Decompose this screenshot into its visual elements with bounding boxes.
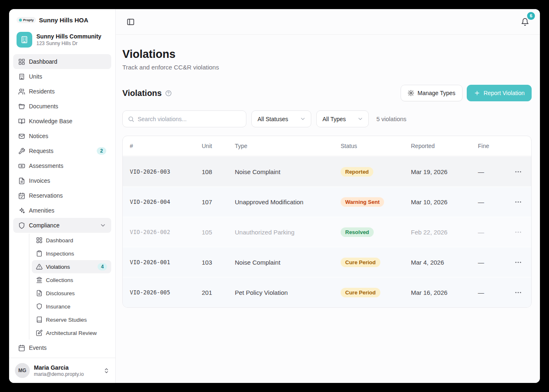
- file-text-icon: [18, 177, 25, 184]
- sidebar-item-label: Invoices: [29, 177, 50, 184]
- community-switcher[interactable]: Sunny Hills Community 123 Sunny Hills Dr: [14, 29, 110, 50]
- book-open-icon: [18, 118, 25, 125]
- bell-icon: [521, 18, 529, 26]
- community-name: Sunny Hills Community: [36, 33, 101, 41]
- sidebar-item-units[interactable]: Units: [13, 69, 111, 84]
- propty-logo-icon: Propty: [17, 17, 36, 23]
- sidebar-item-reserve-studies[interactable]: Reserve Studies: [32, 313, 111, 326]
- calendar-icon: [18, 344, 25, 351]
- grid-icon: [18, 58, 25, 65]
- user-email: maria@demo.propty.io: [34, 371, 84, 377]
- shield-icon: [36, 303, 43, 310]
- logo-dot-icon: [19, 19, 22, 22]
- org-name: Sunny Hills HOA: [39, 17, 88, 24]
- sidebar-item-assessments[interactable]: Assessments: [13, 158, 111, 173]
- violation-unit: 107: [202, 198, 235, 206]
- plus-icon: [474, 90, 480, 96]
- manage-types-button[interactable]: Manage Types: [401, 85, 463, 101]
- type-filter-select[interactable]: All Types: [316, 110, 369, 127]
- sidebar-item-residents[interactable]: Residents: [13, 84, 111, 99]
- sidebar-toggle-button[interactable]: [124, 15, 137, 29]
- sidebar-item-dashboard[interactable]: Dashboard: [13, 54, 111, 69]
- table-row[interactable]: VIO-2026-005 201 Pet Policy Violation Cu…: [123, 277, 531, 307]
- sidebar-item-invoices[interactable]: Invoices: [13, 173, 111, 188]
- violations-table: # Unit Type Status Reported Fine VIO-202…: [122, 136, 532, 308]
- sidebar-item-knowledge-base[interactable]: Knowledge Base: [13, 114, 111, 129]
- violation-unit: 201: [202, 289, 235, 296]
- violation-id: VIO-2026-002: [130, 229, 202, 235]
- sidebar-item-collections[interactable]: Collections: [32, 273, 111, 287]
- violation-type: Unapproved Modification: [235, 198, 341, 206]
- table-row[interactable]: VIO-2026-001 103 Noise Complaint Cure Pe…: [123, 247, 531, 277]
- sidebar-item-label: Collections: [46, 277, 73, 283]
- calendar-check-icon: [18, 192, 25, 199]
- row-actions-button[interactable]: [514, 228, 531, 236]
- page-title: Violations: [122, 48, 532, 61]
- violation-reported: Mar 16, 2026: [411, 289, 478, 296]
- sidebar-item-architectural-review[interactable]: Architectural Review: [32, 326, 111, 339]
- ellipsis-icon: [514, 168, 522, 176]
- violation-type: Noise Complaint: [235, 168, 341, 175]
- sidebar-item-label: Insurance: [46, 304, 70, 310]
- page-subtitle: Track and enforce CC&R violations: [122, 64, 532, 71]
- ellipsis-icon: [514, 198, 522, 206]
- violation-fine: —: [478, 198, 510, 206]
- sidebar-item-violations[interactable]: Violations 4: [32, 260, 111, 273]
- brand: Propty Sunny Hills HOA: [9, 9, 115, 27]
- sidebar-item-inspections[interactable]: Inspections: [32, 247, 111, 260]
- violation-id: VIO-2026-005: [130, 289, 202, 296]
- sidebar-item-insurance[interactable]: Insurance: [32, 300, 111, 313]
- row-actions-button[interactable]: [514, 168, 531, 176]
- main-area: 6 Violations Track and enforce CC&R viol…: [116, 9, 540, 383]
- grid-icon: [36, 237, 43, 244]
- help-icon[interactable]: [165, 90, 172, 97]
- sidebar-item-label: Compliance: [29, 222, 60, 229]
- requests-count-badge: 2: [97, 147, 106, 155]
- sidebar-item-disclosures[interactable]: Disclosures: [32, 287, 111, 300]
- sidebar-item-label: Events: [29, 344, 47, 351]
- violation-unit: 103: [202, 259, 235, 266]
- sidebar-item-label: Amenities: [29, 207, 54, 214]
- sidebar-item-compliance[interactable]: Compliance: [13, 218, 111, 233]
- edit-square-icon: [36, 330, 43, 336]
- user-name: Maria Garcia: [34, 364, 84, 371]
- status-badge: Reported: [341, 167, 373, 177]
- sidebar-item-compliance-dashboard[interactable]: Dashboard: [32, 234, 111, 247]
- chevron-down-icon: [300, 116, 306, 122]
- alert-triangle-icon: [36, 263, 43, 270]
- report-violation-button[interactable]: Report Violation: [467, 85, 532, 101]
- table-row[interactable]: VIO-2026-002 105 Unauthorized Parking Re…: [123, 217, 531, 247]
- column-header-id: #: [130, 143, 202, 149]
- filter-bar: All Statuses All Types 5 violations: [122, 110, 532, 127]
- violation-id: VIO-2026-004: [130, 198, 202, 205]
- sidebar-item-requests[interactable]: Requests 2: [13, 143, 111, 158]
- ellipsis-icon: [514, 289, 522, 296]
- status-badge: Cure Period: [341, 288, 380, 297]
- sidebar-item-notices[interactable]: Notices: [13, 129, 111, 143]
- table-row[interactable]: VIO-2026-003 108 Noise Complaint Reporte…: [123, 156, 531, 186]
- violation-id: VIO-2026-001: [130, 259, 202, 265]
- sidebar-item-label: Architectural Review: [46, 330, 97, 336]
- row-actions-button[interactable]: [514, 289, 531, 296]
- section-title: Violations: [122, 88, 162, 98]
- column-header-fine: Fine: [478, 143, 510, 149]
- notifications-button[interactable]: 6: [518, 15, 532, 29]
- app-window: Propty Sunny Hills HOA Sunny Hills Commu…: [9, 9, 540, 383]
- sidebar-nav: Dashboard Units Residents Documents Know…: [9, 54, 115, 358]
- avatar: MG: [15, 363, 30, 378]
- violation-fine: —: [478, 168, 510, 175]
- sidebar-item-label: Dashboard: [29, 58, 57, 65]
- table-row[interactable]: VIO-2026-004 107 Unapproved Modification…: [123, 186, 531, 217]
- row-actions-button[interactable]: [514, 258, 531, 266]
- search-input[interactable]: [138, 116, 241, 122]
- sidebar-item-events[interactable]: Events: [13, 340, 111, 355]
- sidebar-item-reservations[interactable]: Reservations: [13, 188, 111, 203]
- sidebar-item-amenities[interactable]: Amenities: [13, 203, 111, 218]
- row-actions-button[interactable]: [514, 198, 531, 206]
- sidebar-item-documents[interactable]: Documents: [13, 99, 111, 114]
- column-header-reported: Reported: [411, 143, 478, 149]
- status-filter-select[interactable]: All Statuses: [251, 110, 311, 127]
- shield-icon: [18, 222, 25, 229]
- user-menu[interactable]: MG Maria Garcia maria@demo.propty.io: [9, 358, 115, 383]
- banknote-icon: [18, 163, 25, 170]
